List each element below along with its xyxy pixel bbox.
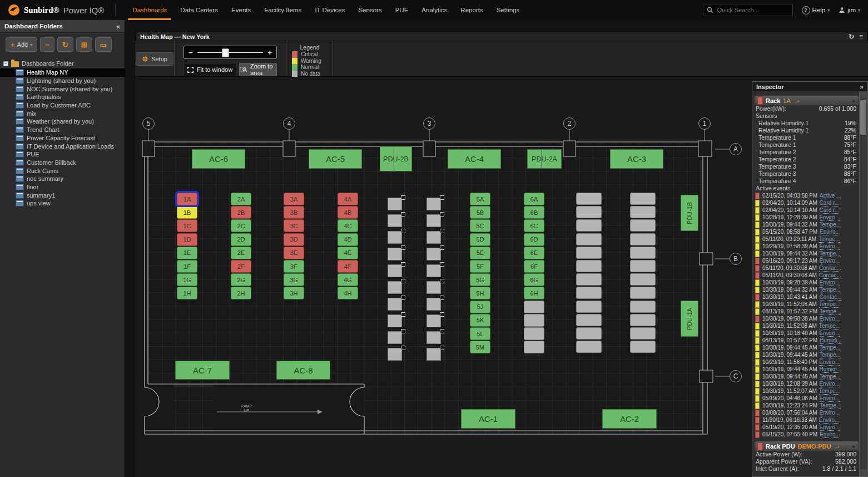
rack-nodata[interactable]	[630, 206, 656, 218]
rack-nodata[interactable]	[630, 327, 656, 340]
event-link[interactable]: Tempe...	[820, 287, 841, 293]
rack-2h[interactable]: 2H	[231, 287, 251, 299]
nav-item[interactable]: IT Devices	[315, 0, 345, 20]
rack-6d[interactable]: 6D	[524, 233, 544, 246]
rack-nodata[interactable]	[576, 327, 602, 340]
rack-3h[interactable]: 3H	[284, 287, 304, 299]
cabinet[interactable]	[426, 198, 441, 210]
cabinet[interactable]	[388, 198, 402, 210]
event-link[interactable]: Contac...	[820, 294, 842, 301]
ac-unit-ac-8[interactable]: AC-8	[276, 361, 330, 380]
event-link[interactable]: Tempe...	[819, 236, 840, 243]
event-link[interactable]: Enviro...	[820, 316, 840, 322]
inspector-scrollbar[interactable]	[859, 91, 867, 476]
rack-3e[interactable]: 3E	[284, 247, 304, 259]
event-link[interactable]: Enviro...	[819, 417, 840, 424]
sidebar-item-dashboard[interactable]: noc summary	[0, 175, 125, 183]
event-link[interactable]: Enviro...	[820, 229, 840, 235]
event-link[interactable]: Tempe...	[820, 308, 841, 315]
rack-1b[interactable]: 1B	[177, 206, 197, 219]
cabinet[interactable]	[388, 248, 402, 260]
tree-collapse-icon[interactable]: −	[3, 61, 8, 66]
event-link[interactable]: Tempe...	[819, 301, 840, 308]
rack-4g[interactable]: 4G	[338, 273, 358, 286]
scroll-up-icon[interactable]	[860, 91, 867, 99]
rack-4c[interactable]: 4C	[338, 219, 358, 232]
rack-5c[interactable]: 5C	[470, 219, 490, 232]
event-link[interactable]: Tempe...	[820, 352, 841, 358]
rack-5j[interactable]: 5J	[470, 301, 490, 313]
event-link[interactable]: Enviro...	[820, 431, 840, 438]
cabinet[interactable]	[426, 248, 441, 260]
event-link[interactable]: Enviro...	[820, 395, 840, 402]
scroll-down-icon[interactable]	[860, 469, 867, 476]
rack-nodata[interactable]	[630, 233, 656, 245]
rack-3d[interactable]: 3D	[284, 233, 304, 246]
sidebar-item-dashboard[interactable]: floor	[0, 183, 125, 191]
rack-5g[interactable]: 5G	[470, 273, 490, 286]
rack-4e[interactable]: 4E	[338, 247, 358, 259]
rack-4b[interactable]: 4B	[338, 206, 358, 219]
rack-2d[interactable]: 2D	[231, 233, 251, 246]
zoom-slider[interactable]: − +	[183, 46, 277, 59]
zoom-out-icon[interactable]: −	[189, 49, 193, 56]
ac-unit-ac-1[interactable]: AC-1	[461, 409, 515, 429]
rack-5l[interactable]: 5L	[470, 327, 490, 340]
nav-item[interactable]: Analytics	[421, 0, 447, 20]
rack-nodata[interactable]	[630, 273, 656, 286]
cabinet[interactable]	[388, 264, 402, 277]
event-link[interactable]: Enviro...	[820, 410, 840, 416]
pdu-pdu-1a[interactable]: PDU-1A	[681, 301, 698, 337]
rack-6g[interactable]: 6G	[524, 273, 544, 286]
pdu-pdu-2a[interactable]: PDU-2A	[527, 149, 562, 169]
sidebar-collapse-icon[interactable]: «	[116, 22, 120, 31]
cabinet[interactable]	[388, 331, 402, 344]
rack-6h[interactable]: 6H	[524, 287, 544, 299]
nav-item[interactable]: Sensors	[358, 0, 381, 20]
rack-1h[interactable]: 1H	[177, 287, 197, 299]
rack-nodata[interactable]	[524, 341, 544, 353]
cabinet[interactable]	[426, 281, 441, 294]
rack-nodata[interactable]	[630, 301, 656, 313]
cabinet[interactable]	[388, 214, 402, 227]
rack-5f[interactable]: 5F	[470, 260, 490, 273]
rack-1a[interactable]: 1A	[177, 193, 197, 205]
rack-nodata[interactable]	[576, 206, 602, 218]
event-link[interactable]: Enviro...	[820, 214, 840, 221]
search-input[interactable]	[716, 6, 789, 14]
nav-item[interactable]: Events	[231, 0, 251, 20]
rack-4d[interactable]: 4D	[338, 233, 358, 246]
nav-item[interactable]: PUE	[395, 0, 409, 20]
user-menu[interactable]: jim ▾	[839, 7, 860, 13]
sidebar-item-dashboard[interactable]: Trend Chart	[0, 126, 125, 134]
jump-to-rack-icon[interactable]: →	[792, 96, 801, 105]
zoom-to-area-button[interactable]: Zoom to area	[239, 63, 277, 76]
setup-button[interactable]: Setup	[136, 52, 173, 66]
help-menu[interactable]: ? Help ▾	[802, 6, 830, 14]
cabinet[interactable]	[426, 231, 441, 244]
rack-nodata[interactable]	[576, 273, 602, 286]
event-link[interactable]: Humidi...	[820, 366, 841, 373]
event-link[interactable]: Tempe...	[820, 402, 841, 409]
sidebar-item-dashboard[interactable]: Customer Billback	[0, 159, 125, 167]
rack-6c[interactable]: 6C	[524, 219, 544, 232]
cabinet[interactable]	[426, 348, 441, 361]
collapse-section-icon[interactable]: ▲	[851, 444, 856, 449]
rack-nodata[interactable]	[630, 219, 656, 232]
event-link[interactable]: Card r...	[820, 200, 840, 206]
event-link[interactable]: Contac...	[819, 265, 841, 272]
rack-nodata[interactable]	[576, 301, 602, 313]
event-link[interactable]: Enviro...	[820, 330, 840, 337]
rack-5k[interactable]: 5K	[470, 314, 490, 327]
event-link[interactable]: Tempe...	[820, 345, 841, 351]
rack-nodata[interactable]	[630, 287, 656, 299]
nav-item[interactable]: Reports	[460, 0, 483, 20]
jump-to-pdu-icon[interactable]: →	[832, 442, 841, 451]
rack-2g[interactable]: 2G	[231, 273, 251, 286]
event-link[interactable]: Tempe...	[820, 250, 841, 257]
rack-pdu-section-header[interactable]: Rack PDU DEMO-PDU → ▲	[755, 441, 859, 451]
event-link[interactable]: Enviro...	[820, 279, 840, 286]
event-link[interactable]: Humidi...	[820, 337, 841, 344]
rack-3a[interactable]: 3A	[284, 193, 304, 205]
rack-nodata[interactable]	[630, 193, 656, 205]
